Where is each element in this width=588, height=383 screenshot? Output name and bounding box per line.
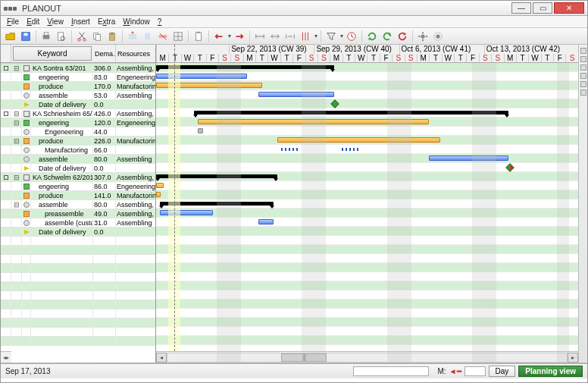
- paste-icon[interactable]: [105, 30, 119, 43]
- link-fwd-icon[interactable]: [233, 30, 246, 43]
- day-label: W: [181, 54, 193, 63]
- side-btn-3[interactable]: [580, 64, 586, 71]
- copy-icon[interactable]: [90, 30, 104, 43]
- menu-window[interactable]: Window: [120, 17, 153, 26]
- cut-icon[interactable]: [75, 30, 89, 43]
- close-button[interactable]: ✕: [554, 2, 584, 14]
- table-row[interactable]: [1, 273, 155, 282]
- table-row[interactable]: produce141.0Manufactoring: [1, 191, 155, 200]
- weekend-shade: [399, 63, 411, 363]
- table-row[interactable]: ⊟engeering120.0Engeneering: [1, 118, 155, 127]
- tools-icon[interactable]: [431, 30, 445, 43]
- table-row[interactable]: Engeneering44.0: [1, 127, 155, 137]
- table-row[interactable]: produce170.0Manufactoring: [1, 82, 155, 91]
- save-icon[interactable]: [19, 30, 33, 43]
- milestone-icon[interactable]: [330, 99, 339, 108]
- clipboard-icon[interactable]: [192, 30, 205, 43]
- zoom-in-icon[interactable]: [268, 30, 282, 43]
- menu-help[interactable]: ?: [155, 17, 165, 26]
- day-label: M: [156, 54, 168, 63]
- table-row[interactable]: Date of delivery0.0: [1, 100, 155, 109]
- scroll-left-button[interactable]: ◂: [156, 353, 167, 363]
- clock-icon[interactable]: [345, 30, 358, 43]
- menu-extra[interactable]: Extra: [95, 17, 118, 26]
- maximize-button[interactable]: ▭: [533, 2, 552, 14]
- planning-view-button[interactable]: Planning view: [518, 366, 583, 377]
- gantt-chart[interactable]: Sep 22, 2013 (CW 39)Sep 29, 2013 (CW 40)…: [156, 45, 578, 363]
- table-row[interactable]: ⊟KA Schriesheim 65/201426.0Assembling, E: [1, 109, 155, 118]
- table-row[interactable]: ⊟produce226.0Manufactoring: [1, 137, 155, 146]
- link-back-icon[interactable]: [212, 30, 226, 43]
- m-input[interactable]: [464, 366, 486, 376]
- table-row[interactable]: engeering83.0Engeneering: [1, 73, 155, 82]
- vlines-icon[interactable]: [299, 30, 312, 43]
- table-row[interactable]: [1, 319, 155, 328]
- table-row[interactable]: preassemble49.0Assembling, M: [1, 209, 155, 218]
- open-icon[interactable]: [4, 30, 17, 43]
- menu-insert[interactable]: Insert: [68, 17, 93, 26]
- keyword-header[interactable]: Keyword: [13, 46, 92, 61]
- gantt-bar[interactable]: [258, 219, 274, 224]
- side-btn-2[interactable]: [580, 56, 586, 62]
- table-row[interactable]: [1, 309, 155, 319]
- day-label: F: [292, 54, 305, 63]
- resources-header[interactable]: Resources: [116, 45, 155, 62]
- insert-row-icon[interactable]: [126, 30, 139, 43]
- menu-file[interactable]: File: [4, 17, 22, 26]
- minimize-button[interactable]: —: [511, 2, 531, 14]
- table-row[interactable]: engeering86.0Engeneering: [1, 182, 155, 191]
- table-row[interactable]: ⊟KA Sontra 63/201306.0Assembling, E: [1, 64, 155, 73]
- svg-rect-2: [43, 35, 50, 39]
- titlebar[interactable]: PLANOUT — ▭ ✕: [1, 1, 587, 16]
- side-btn-4[interactable]: [580, 73, 586, 79]
- zoom-hfit-icon[interactable]: [253, 30, 267, 43]
- gantt-bar[interactable]: [194, 111, 508, 115]
- undo-icon[interactable]: [396, 30, 409, 43]
- table-row[interactable]: [1, 255, 155, 264]
- refresh2-icon[interactable]: [380, 30, 394, 43]
- table-row[interactable]: Date of delivery0.0: [1, 164, 155, 173]
- delete-row-icon[interactable]: [156, 30, 170, 43]
- weekend-shade: [387, 63, 399, 363]
- day-label: S: [392, 54, 404, 63]
- zoom-out-icon[interactable]: [283, 30, 297, 43]
- table-row[interactable]: [1, 300, 155, 309]
- side-btn-6[interactable]: [580, 89, 586, 96]
- gantt-bar[interactable]: [156, 192, 161, 197]
- side-btn-5[interactable]: [580, 81, 586, 87]
- refresh-icon[interactable]: [365, 30, 379, 43]
- expand-all-button[interactable]: [1, 45, 11, 62]
- svg-point-32: [436, 34, 439, 38]
- table-row[interactable]: assemble (custom31.0Assembling: [1, 218, 155, 228]
- day-button[interactable]: Day: [489, 366, 516, 377]
- menu-view[interactable]: View: [44, 17, 67, 26]
- grid-icon[interactable]: [171, 30, 185, 43]
- gantt-bar[interactable]: [429, 155, 508, 161]
- menu-edit[interactable]: Edit: [23, 17, 42, 26]
- settings-icon[interactable]: [416, 30, 430, 43]
- gantt-bar[interactable]: [198, 128, 203, 133]
- filter-icon[interactable]: [324, 30, 338, 43]
- table-row[interactable]: [1, 237, 155, 246]
- gantt-bar[interactable]: [156, 183, 164, 188]
- week-label: [156, 45, 229, 54]
- demand-header[interactable]: Dema…: [93, 45, 116, 62]
- table-row[interactable]: ⊟assemble80.0Assembling, M: [1, 200, 155, 209]
- print-icon[interactable]: [39, 30, 53, 43]
- table-row[interactable]: [1, 337, 155, 346]
- svg-rect-21: [196, 32, 202, 40]
- preview-icon[interactable]: [55, 30, 68, 43]
- scroll-right-button[interactable]: ▸: [568, 353, 578, 363]
- table-row[interactable]: [1, 328, 155, 337]
- table-row[interactable]: assemble80.0Assembling: [1, 155, 155, 164]
- table-row[interactable]: assemble53.0Assembling: [1, 91, 155, 100]
- table-row[interactable]: [1, 264, 155, 273]
- table-row[interactable]: Manufactoring66.0: [1, 146, 155, 155]
- table-row[interactable]: ⊟KA Schwelm 62/201307.0Assembling, E: [1, 173, 155, 182]
- table-row[interactable]: [1, 282, 155, 291]
- side-btn-1[interactable]: [580, 48, 586, 54]
- table-row[interactable]: [1, 291, 155, 300]
- table-row[interactable]: [1, 246, 155, 255]
- insert-col-icon[interactable]: [141, 30, 155, 43]
- table-row[interactable]: Date of delivery0.0: [1, 228, 155, 237]
